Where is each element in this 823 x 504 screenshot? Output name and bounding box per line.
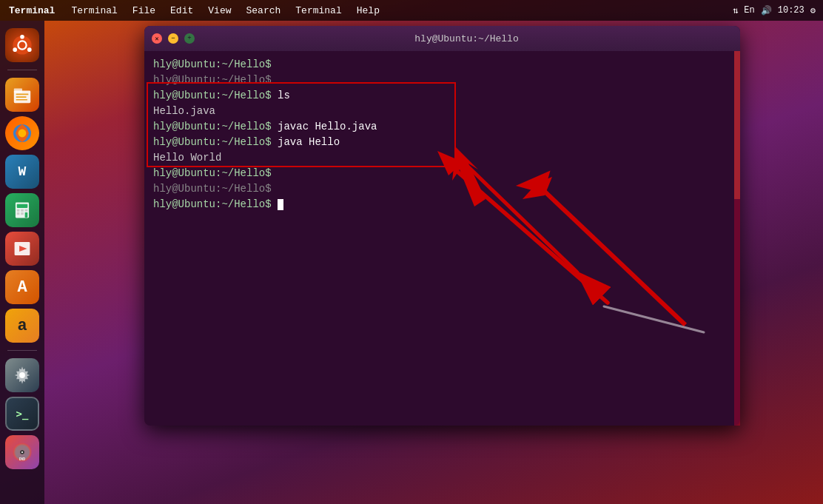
terminal-content[interactable]: hly@Ubuntu:~/Hello$ hly@Ubuntu:~/Hello$ … <box>144 51 740 426</box>
tray-keyboard[interactable]: En <box>744 5 754 16</box>
menu-terminal[interactable]: Terminal <box>64 0 124 21</box>
terminal-scrollbar[interactable] <box>734 51 740 426</box>
menu-view[interactable]: View <box>201 0 238 21</box>
maximize-button[interactable]: + <box>184 33 195 44</box>
scrollbar-thumb[interactable] <box>734 51 740 199</box>
taskbar-right: ⇅ En 🔊 10:23 ⚙ <box>733 5 823 16</box>
minimize-button[interactable]: − <box>168 33 178 44</box>
svg-text:DVD: DVD <box>19 457 25 461</box>
sidebar-icon-writer[interactable]: W <box>5 155 39 189</box>
svg-rect-6 <box>14 89 22 93</box>
taskbar-left: Terminal Terminal File Edit View Search … <box>0 0 733 21</box>
sidebar-icon-appstore[interactable]: A <box>5 270 39 304</box>
terminal-line-2: hly@Ubuntu:~/Hello$ <box>153 73 731 88</box>
terminal-line-3: hly@Ubuntu:~/Hello$ ls <box>153 88 731 104</box>
terminal-titlebar: ✕ − + hly@Ubuntu:~/Hello <box>144 26 740 51</box>
svg-rect-18 <box>21 212 24 215</box>
svg-rect-17 <box>17 212 20 215</box>
terminal-title: hly@Ubuntu:~/Hello <box>201 33 733 44</box>
svg-point-11 <box>19 130 27 138</box>
menu-edit[interactable]: Edit <box>163 0 201 21</box>
terminal-line-7: Hello World <box>153 150 731 166</box>
svg-rect-14 <box>17 209 20 212</box>
tray-settings[interactable]: ⚙ <box>810 5 816 16</box>
sidebar-icon-files[interactable] <box>5 78 39 112</box>
sidebar-icon-dvd[interactable]: DVD <box>5 435 39 469</box>
sidebar-divider-2 <box>7 350 37 351</box>
menu-help[interactable]: Help <box>349 0 387 21</box>
sidebar-icon-ubuntu[interactable] <box>5 28 39 62</box>
sidebar-icon-calc[interactable] <box>5 193 39 227</box>
desktop: Terminal Terminal File Edit View Search … <box>0 0 823 504</box>
sidebar-icon-impress[interactable] <box>5 232 39 266</box>
svg-rect-7 <box>16 94 29 95</box>
menu-search[interactable]: Search <box>239 0 289 21</box>
svg-rect-13 <box>17 204 28 208</box>
close-button[interactable]: ✕ <box>152 33 162 44</box>
tray-volume[interactable]: 🔊 <box>761 5 772 16</box>
terminal-line-active: hly@Ubuntu:~/Hello$ <box>153 197 731 212</box>
terminal-line-8: hly@Ubuntu:~/Hello$ <box>153 166 731 181</box>
taskbar-app-name: Terminal <box>0 5 64 16</box>
terminal-line-6: hly@Ubuntu:~/Hello$ java Hello <box>153 135 731 150</box>
svg-point-4 <box>13 47 17 52</box>
sidebar-icon-firefox[interactable] <box>5 116 39 150</box>
terminal-window[interactable]: ✕ − + hly@Ubuntu:~/Hello hly@Ubuntu:~/He… <box>144 26 740 426</box>
taskbar-top: Terminal Terminal File Edit View Search … <box>0 0 823 21</box>
sidebar-icon-settings[interactable] <box>5 358 39 392</box>
terminal-line-9: hly@Ubuntu:~/Hello$ <box>153 181 731 197</box>
sidebar-icon-terminal[interactable]: >_ <box>5 397 39 431</box>
tray-time: 10:23 <box>778 5 804 16</box>
svg-point-3 <box>27 47 32 52</box>
sidebar-icon-amazon[interactable]: a <box>5 309 39 343</box>
sidebar: W A a <box>0 21 44 504</box>
terminal-line-5: hly@Ubuntu:~/Hello$ javac Hello.java <box>153 119 731 135</box>
svg-rect-8 <box>16 96 27 98</box>
terminal-line-4: Hello.java <box>153 104 731 119</box>
sidebar-divider-1 <box>7 70 37 70</box>
terminal-line-1: hly@Ubuntu:~/Hello$ <box>153 57 731 73</box>
svg-line-36 <box>604 306 704 332</box>
svg-rect-19 <box>25 212 28 218</box>
svg-rect-15 <box>21 209 24 212</box>
menu-file[interactable]: File <box>125 0 163 21</box>
tray-arrows[interactable]: ⇅ <box>733 5 738 16</box>
svg-rect-16 <box>25 209 28 212</box>
svg-point-2 <box>20 35 24 39</box>
svg-point-26 <box>21 451 23 453</box>
svg-rect-9 <box>16 99 27 101</box>
menu-terminal2[interactable]: Terminal <box>288 0 349 21</box>
